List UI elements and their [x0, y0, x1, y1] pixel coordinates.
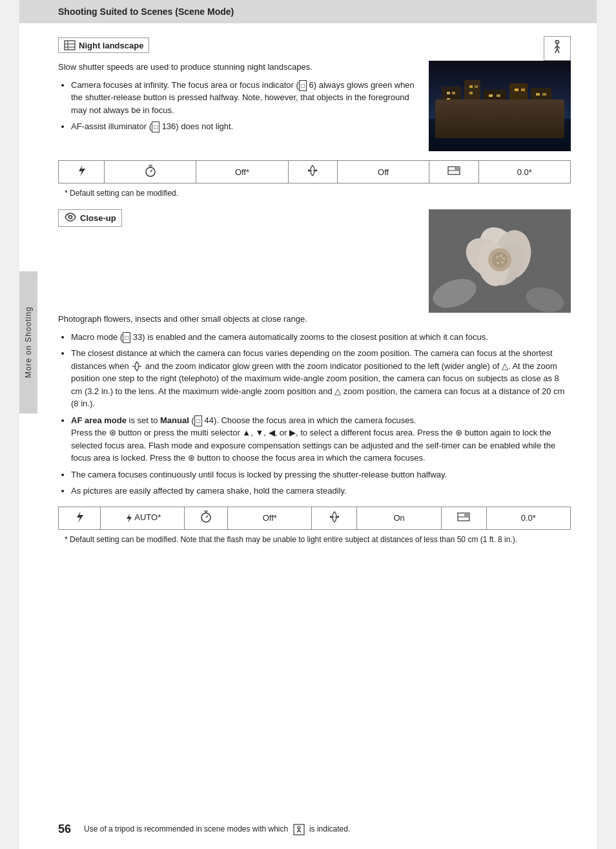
close-up-bullet-2: The closest distance at which the camera…	[71, 347, 571, 410]
header-title: Shooting Suited to Scenes (Scene Mode)	[58, 6, 234, 17]
night-bullets: Camera focuses at infinity. The focus ar…	[71, 79, 416, 133]
night-photo-image	[429, 61, 571, 151]
svg-point-53	[496, 256, 498, 258]
close-up-bullet-4: The camera focuses continuously until fo…	[71, 468, 571, 481]
svg-rect-66	[464, 513, 469, 517]
svg-rect-15	[484, 90, 506, 122]
svg-rect-29	[542, 93, 546, 96]
af-bold: AF area mode	[71, 415, 127, 425]
svg-point-57	[497, 262, 499, 264]
svg-rect-20	[447, 98, 450, 101]
close-up-icon	[64, 212, 77, 224]
night-settings-table: Off* Off 0.0*	[58, 160, 571, 183]
svg-rect-12	[429, 119, 571, 151]
page-header: Shooting Suited to Scenes (Scene Mode)	[19, 0, 597, 23]
night-bullet-2: AF-assist illuminator (□ 136) does not l…	[71, 120, 416, 133]
flash-auto-icon	[124, 513, 134, 523]
svg-marker-58	[77, 511, 83, 523]
svg-rect-19	[452, 92, 455, 94]
svg-rect-32	[490, 122, 493, 135]
night-bullet-1: Camera focuses at infinity. The focus ar…	[71, 79, 416, 117]
night-cityscape-svg	[429, 61, 571, 151]
night-icon	[64, 40, 76, 51]
macro-sym-icon	[131, 361, 143, 372]
svg-rect-41	[455, 167, 460, 171]
svg-rect-33	[516, 122, 518, 136]
close-up-title: Close-up	[80, 213, 116, 223]
night-footnote: * Default setting can be modified.	[65, 187, 571, 199]
close-up-body: Photograph flowers, insects and other sm…	[58, 313, 571, 498]
night-ev-value: 0.0*	[478, 161, 570, 183]
close-flash-value: AUTO*	[101, 507, 185, 529]
close-up-footnote: * Default setting can be modified. Note …	[65, 534, 571, 545]
close-up-bullet-1: Macro mode (□ 33) is enabled and the cam…	[71, 331, 571, 344]
night-body: Slow shutter speeds are used to produce …	[58, 61, 571, 151]
night-timer-value: Off*	[196, 161, 288, 183]
close-up-bullet-5: As pictures are easily affected by camer…	[71, 485, 571, 498]
svg-rect-18	[447, 92, 450, 94]
manual-bold: Manual	[160, 415, 189, 425]
night-flash-icon	[59, 161, 105, 183]
svg-rect-23	[469, 92, 473, 94]
svg-line-37	[150, 170, 152, 172]
night-header: Night landscape	[58, 36, 571, 61]
footer-tripod-icon	[293, 823, 305, 836]
svg-rect-21	[469, 85, 473, 88]
night-macro-value: Off	[338, 161, 429, 183]
close-up-full-text-2: Press the ⊛ button or press the multi se…	[71, 428, 555, 463]
close-up-description: Photograph flowers, insects and other sm…	[58, 313, 571, 326]
close-macro-icon	[312, 507, 357, 529]
svg-rect-30	[445, 122, 447, 135]
svg-line-9	[557, 48, 559, 53]
close-up-title-area: Close-up	[58, 209, 416, 233]
svg-point-52	[492, 252, 508, 267]
footer-note: Use of a tripod is recommended in scene …	[84, 823, 571, 836]
page: Shooting Suited to Scenes (Scene Mode) M…	[19, 0, 597, 849]
flower-svg	[429, 209, 571, 313]
svg-point-4	[556, 41, 559, 44]
svg-point-55	[502, 257, 505, 260]
svg-line-8	[555, 48, 557, 53]
night-landscape-title: Night landscape	[79, 41, 143, 50]
night-landscape-title-box: Night landscape	[58, 37, 149, 54]
close-up-symbol	[64, 212, 77, 222]
night-timer-icon	[105, 161, 196, 183]
page-footer: 56 Use of a tripod is recommended in sce…	[19, 823, 597, 836]
close-up-section: Close-up	[58, 209, 571, 545]
night-macro-icon	[288, 161, 337, 183]
svg-rect-24	[489, 94, 493, 97]
close-up-settings-row: AUTO* Off* On 0.0*	[59, 507, 571, 529]
svg-rect-26	[515, 89, 518, 91]
svg-rect-13	[442, 87, 461, 122]
close-up-header-row: Close-up	[58, 209, 571, 313]
svg-rect-25	[497, 94, 500, 97]
svg-rect-27	[521, 89, 525, 91]
close-ev-icon	[441, 507, 486, 529]
svg-point-68	[298, 826, 300, 829]
svg-rect-31	[471, 122, 473, 138]
svg-rect-28	[536, 93, 540, 96]
close-up-bullet-3: AF area mode is set to Manual (□ 44). Ch…	[71, 414, 571, 465]
close-timer-icon	[185, 507, 228, 529]
night-photo	[429, 61, 571, 151]
close-timer-value: Off*	[228, 507, 312, 529]
svg-marker-59	[127, 514, 132, 523]
night-text: Slow shutter speeds are used to produce …	[58, 61, 416, 138]
night-description: Slow shutter speeds are used to produce …	[58, 61, 416, 74]
close-flash-icon	[59, 507, 101, 529]
svg-line-62	[206, 516, 208, 518]
close-macro-value: On	[357, 507, 441, 529]
close-up-bullets: Macro mode (□ 33) is enabled and the cam…	[71, 331, 571, 498]
close-up-title-box: Close-up	[58, 209, 122, 227]
svg-point-56	[501, 261, 504, 264]
night-ev-icon	[429, 161, 478, 183]
tripod-person-icon	[549, 39, 565, 55]
close-up-settings-table: AUTO* Off* On 0.0*	[58, 507, 571, 530]
svg-rect-17	[531, 88, 551, 122]
page-number: 56	[58, 823, 71, 836]
side-tab: More on Shooting	[19, 271, 37, 414]
svg-rect-0	[65, 41, 75, 50]
night-header-left: Night landscape	[58, 36, 571, 61]
night-settings-row: Off* Off 0.0*	[59, 161, 571, 183]
close-ev-value: 0.0*	[486, 507, 570, 529]
